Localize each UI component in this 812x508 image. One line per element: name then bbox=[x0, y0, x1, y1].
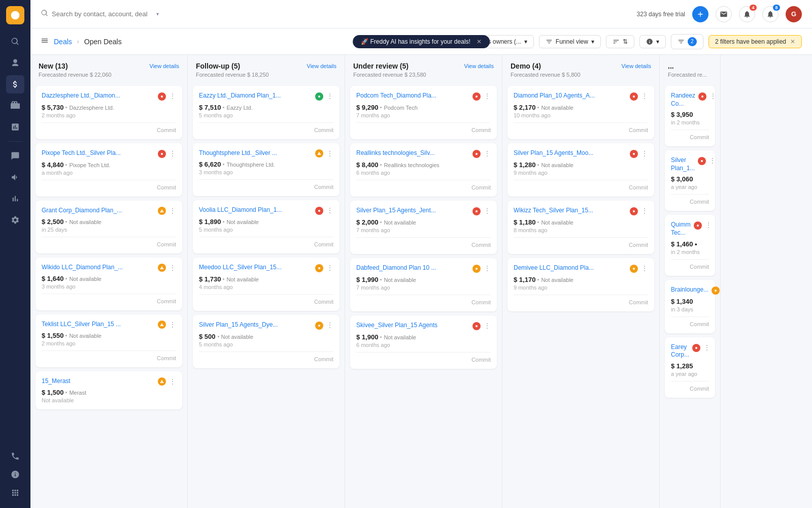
deal-card[interactable]: Thoughtsphere Ltd._Silver ... ⋮ $ 6,620 … bbox=[193, 143, 340, 196]
card-menu-button[interactable]: ⋮ bbox=[169, 92, 176, 100]
deal-card[interactable]: Podcom Tech_Diamond Pla... ⋮ $ 9,290 Pod… bbox=[350, 86, 497, 139]
deal-card[interactable]: Skivee_Silver Plan_15 Agents ⋮ $ 1,900 N… bbox=[350, 315, 497, 369]
notification-bell-1[interactable]: 4 bbox=[739, 6, 755, 22]
deal-card[interactable]: Reallinks technologies_Silv... ⋮ $ 8,400… bbox=[350, 143, 497, 197]
card-menu-button[interactable]: ⋮ bbox=[326, 264, 333, 272]
card-menu-button[interactable]: ⋮ bbox=[326, 149, 333, 157]
deal-card[interactable]: Dabfeed_Diamond Plan 10 ... ⋮ $ 1,990 No… bbox=[350, 258, 497, 311]
sidebar-item-feedback[interactable] bbox=[6, 465, 24, 484]
deal-card[interactable]: Demivee LLC_Diamond Pla... ⋮ $ 1,170 Not… bbox=[507, 258, 654, 311]
card-company: Not available bbox=[541, 162, 573, 168]
deal-card[interactable]: Diamond Plan_10 Agents_A... ⋮ $ 2,170 No… bbox=[507, 86, 654, 139]
deal-card[interactable]: Silver Plan_15 Agents_Moo... ⋮ $ 1,280 N… bbox=[507, 143, 654, 197]
column-subtitle-demo: Forecasted revenue $ 5,800 bbox=[511, 72, 651, 78]
sidebar-item-settings[interactable] bbox=[6, 211, 24, 229]
card-menu-button[interactable]: ⋮ bbox=[169, 321, 176, 329]
deal-card[interactable]: Silver Plan_1... ⋮ $ 3,060 a year ago Co… bbox=[665, 150, 715, 211]
deal-card[interactable]: Eazzy Ltd._Diamond Plan_1... ⋮ $ 7,510 E… bbox=[193, 86, 340, 139]
sort-button[interactable]: ⇅ bbox=[606, 35, 634, 48]
card-menu-button[interactable]: ⋮ bbox=[484, 92, 491, 100]
sidebar-item-products[interactable] bbox=[6, 97, 24, 115]
view-details-followup[interactable]: View details bbox=[307, 63, 337, 69]
view-details-new[interactable]: View details bbox=[150, 63, 180, 69]
deal-card[interactable]: Silver Plan_15 Agents_Jent... ⋮ $ 2,000 … bbox=[350, 201, 497, 254]
card-menu-button[interactable]: ⋮ bbox=[169, 264, 176, 272]
email-button[interactable] bbox=[716, 6, 732, 22]
card-menu-button[interactable]: ⋮ bbox=[703, 343, 710, 352]
dot bbox=[380, 221, 382, 223]
sidebar-item-search[interactable] bbox=[6, 33, 24, 51]
deal-card[interactable]: 15_Merast ⋮ $ 1,500 Merast Not available bbox=[36, 371, 182, 409]
card-menu-button[interactable]: ⋮ bbox=[641, 149, 648, 157]
filter-button[interactable]: 2 bbox=[671, 34, 703, 49]
view-details-underreview[interactable]: View details bbox=[464, 63, 494, 69]
deal-card[interactable]: Quimm Tec... ⋮ $ 1,460 • in 2 months Com… bbox=[665, 215, 715, 275]
deal-card[interactable]: Pixope Tech Ltd._Silver Pla... ⋮ $ 4,840… bbox=[36, 143, 182, 197]
sidebar-item-contacts[interactable] bbox=[6, 54, 24, 72]
sidebar-item-messages[interactable] bbox=[6, 147, 24, 165]
search-input[interactable] bbox=[52, 10, 153, 18]
card-menu-button[interactable]: ⋮ bbox=[484, 207, 491, 215]
add-button[interactable] bbox=[692, 6, 708, 22]
deal-card[interactable]: Teklist LLC_Silver Plan_15 ... ⋮ $ 1,550… bbox=[36, 314, 182, 367]
deal-card[interactable]: Dazzlesphere Ltd._Diamon... ⋮ $ 5,730 Da… bbox=[36, 86, 182, 139]
deal-card[interactable]: Grant Corp_Diamond Plan_... ⋮ $ 2,500 No… bbox=[36, 201, 182, 253]
sidebar-item-campaigns[interactable] bbox=[6, 168, 24, 186]
card-menu-button[interactable]: ⋮ bbox=[326, 321, 333, 329]
svg-point-10 bbox=[476, 268, 478, 270]
deal-card[interactable]: Wikizz Tech_Silver Plan_15... ⋮ $ 1,180 … bbox=[507, 201, 654, 254]
funnel-view-dropdown[interactable]: Funnel view ▾ bbox=[539, 35, 601, 48]
display-settings-button[interactable]: ▾ bbox=[639, 35, 666, 48]
filters-applied-close[interactable]: ✕ bbox=[790, 38, 795, 45]
card-menu-button[interactable]: ⋮ bbox=[484, 149, 491, 157]
sidebar-item-deals[interactable] bbox=[6, 75, 24, 93]
sidebar-item-reports[interactable] bbox=[6, 118, 24, 136]
app-logo[interactable] bbox=[6, 6, 24, 24]
card-menu-button[interactable]: ⋮ bbox=[641, 207, 648, 215]
card-menu-button[interactable]: ⋮ bbox=[641, 92, 648, 100]
user-avatar[interactable]: G bbox=[786, 6, 802, 22]
sidebar-item-apps[interactable] bbox=[6, 484, 24, 502]
sidebar-item-phone[interactable] bbox=[6, 447, 24, 465]
card-meta: $ 1,500 Merast bbox=[42, 389, 176, 396]
card-menu-button[interactable]: ⋮ bbox=[709, 92, 717, 100]
card-amount: $ 1,170 bbox=[514, 276, 535, 283]
deal-card[interactable]: Randeez Co... ⋮ $ 3,950 in 2 months Comm… bbox=[665, 86, 715, 146]
card-title: Randeez Co... bbox=[671, 92, 695, 108]
card-menu-button[interactable]: ⋮ bbox=[169, 207, 176, 215]
dot bbox=[223, 164, 224, 165]
card-menu-button[interactable]: ⋮ bbox=[326, 206, 333, 214]
svg-point-8 bbox=[476, 153, 478, 155]
card-menu-button[interactable]: ⋮ bbox=[169, 149, 176, 157]
card-title: Brainlounge... bbox=[671, 286, 708, 294]
breadcrumb-deals[interactable]: Deals bbox=[54, 38, 72, 46]
svg-point-9 bbox=[476, 210, 478, 212]
status-icon bbox=[712, 287, 720, 295]
freddy-banner-close[interactable]: ✕ bbox=[477, 38, 482, 45]
view-details-demo[interactable]: View details bbox=[622, 63, 652, 69]
list-view-icon[interactable] bbox=[41, 37, 49, 47]
card-menu-button[interactable]: ⋮ bbox=[641, 264, 648, 272]
card-menu-button[interactable]: ⋮ bbox=[169, 377, 176, 386]
card-menu-button[interactable]: ⋮ bbox=[705, 221, 712, 229]
deal-card[interactable]: Silver Plan_15 Agents_Dye... ⋮ $ 500 Not… bbox=[193, 315, 340, 368]
deal-card[interactable]: Earey Corp... ⋮ $ 1,285 a year ago Commi… bbox=[665, 337, 715, 398]
card-title: Eazzy Ltd._Diamond Plan_1... bbox=[199, 92, 312, 100]
card-amount: $ 1,990 bbox=[356, 276, 378, 283]
card-menu-button[interactable]: ⋮ bbox=[484, 264, 491, 272]
card-company: Not available bbox=[221, 334, 254, 340]
deal-card[interactable]: Meedoo LLC_Silver Plan_15... ⋮ $ 1,730 N… bbox=[193, 258, 340, 311]
notification-bell-2[interactable]: 8 bbox=[762, 6, 779, 22]
deal-card[interactable]: Brainlounge... ⋮ $ 1,340 in 3 days Commi… bbox=[665, 280, 715, 333]
card-time: 5 months ago bbox=[199, 112, 333, 118]
card-menu-button[interactable]: ⋮ bbox=[709, 156, 716, 165]
sidebar-item-analytics[interactable] bbox=[6, 189, 24, 208]
card-footer: Commit bbox=[671, 316, 709, 327]
deal-card[interactable]: Voolia LLC_Diamond Plan_1... ⋮ $ 1,890 N… bbox=[193, 200, 340, 253]
card-amount: $ 3,060 bbox=[671, 175, 693, 183]
deal-card[interactable]: Wikido LLC_Diamond Plan_... ⋮ $ 1,640 No… bbox=[36, 258, 182, 310]
search-dropdown-icon[interactable]: ▾ bbox=[156, 11, 159, 17]
card-amount: $ 1,460 • bbox=[671, 240, 697, 248]
card-menu-button[interactable]: ⋮ bbox=[326, 92, 333, 100]
card-menu-button[interactable]: ⋮ bbox=[484, 322, 491, 330]
